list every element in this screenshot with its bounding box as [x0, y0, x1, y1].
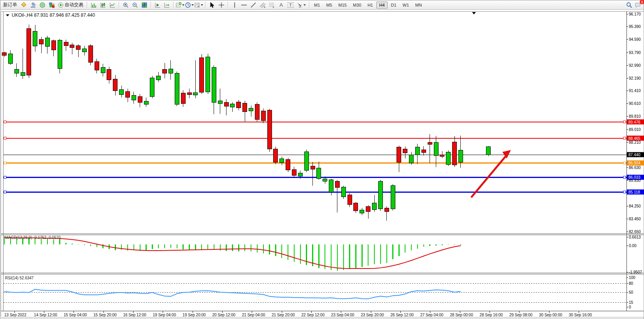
- clock-icon: [185, 2, 191, 8]
- timeframe-button-H4[interactable]: H4: [376, 2, 387, 9]
- terminal-window: 新订单: [0, 0, 644, 319]
- new-chart-button[interactable]: [175, 1, 184, 9]
- candle: [218, 89, 222, 114]
- timeframe-button-MN[interactable]: MN: [412, 2, 425, 9]
- candle: [261, 108, 265, 123]
- notifications-button[interactable]: 1: [633, 1, 642, 9]
- candle: [156, 72, 161, 82]
- line-handle[interactable]: [623, 137, 626, 139]
- hline-87.440[interactable]: 87.440: [4, 152, 644, 157]
- time-marker-icon[interactable]: [472, 12, 476, 14]
- candle: [486, 146, 491, 156]
- separator: [87, 2, 87, 8]
- hline-85.118[interactable]: 85.118: [4, 190, 644, 195]
- crosshair-icon: [218, 2, 225, 8]
- price-line-label-text: 89.476: [628, 120, 640, 124]
- periods-button[interactable]: [185, 1, 194, 9]
- search-icon: [626, 2, 632, 8]
- chart-canvas[interactable]: 89.47688.46587.44086.92486.03385.11896.1…: [0, 10, 644, 319]
- timeframe-button-H1[interactable]: H1: [365, 2, 376, 9]
- trendline-tool-button[interactable]: [249, 1, 258, 9]
- fibonacci-tool-button[interactable]: F: [267, 1, 276, 9]
- templates-button[interactable]: [194, 1, 203, 9]
- line-handle[interactable]: [4, 162, 6, 164]
- line-handle[interactable]: [623, 121, 626, 123]
- candle-chart-mode-button[interactable]: [98, 1, 107, 9]
- template-icon: [194, 2, 200, 8]
- price-axis-tick: 94.590: [629, 37, 641, 42]
- chart-shift-button[interactable]: [162, 1, 171, 9]
- tile-windows-button[interactable]: [140, 1, 149, 9]
- candle: [415, 144, 419, 164]
- timeframe-button-M15[interactable]: M15: [336, 2, 349, 9]
- candle: [280, 157, 284, 165]
- timeframe-button-M30[interactable]: M30: [350, 2, 364, 9]
- crosshair-tool-button[interactable]: [217, 1, 226, 9]
- candle: [175, 71, 179, 106]
- timeframe-button-M5[interactable]: M5: [323, 2, 335, 9]
- line-handle[interactable]: [4, 121, 6, 123]
- time-axis-label: 13 Sep 2022: [4, 313, 26, 317]
- trend-arrow-annotation[interactable]: [471, 150, 511, 197]
- dropdown-arrow-icon: [304, 4, 306, 6]
- dropdown-arrow-icon: [191, 4, 194, 6]
- candle: [132, 92, 136, 104]
- candle: [384, 206, 389, 221]
- line-chart-mode-button[interactable]: [108, 1, 117, 9]
- symbol-dropdown-icon[interactable]: [6, 14, 9, 16]
- dropdown-arrow-icon: [182, 4, 184, 6]
- candle: [21, 49, 25, 79]
- price-axis-tick: 89.810: [629, 114, 641, 119]
- arrows-tool-button[interactable]: [295, 1, 307, 9]
- candle: [88, 44, 93, 65]
- horizontal-line-tool-button[interactable]: [239, 1, 248, 9]
- price-axis-tick: 86.630: [629, 166, 641, 170]
- text-label-tool-button[interactable]: T: [286, 1, 295, 9]
- hline-86.924[interactable]: 86.924: [4, 160, 644, 166]
- zoom-out-button[interactable]: [130, 1, 139, 9]
- separator: [151, 2, 151, 8]
- price-axis-tick: 91.410: [629, 89, 641, 93]
- data-window-button[interactable]: [28, 1, 37, 9]
- chart-title: UKOil-,H4 87.931 87.946 87.425 87.440: [12, 12, 95, 18]
- candle: [453, 136, 457, 167]
- timeframe-button-D1[interactable]: D1: [388, 2, 399, 9]
- line-handle[interactable]: [4, 176, 6, 178]
- price-axis-tick: 85.830: [629, 178, 641, 183]
- separator: [228, 2, 228, 8]
- candle: [64, 40, 68, 51]
- text-tool-button[interactable]: A: [277, 1, 286, 9]
- time-axis-label: 30 Sep 16:00: [569, 313, 592, 317]
- terminals-button[interactable]: [47, 1, 56, 9]
- rsi-line: [4, 289, 461, 299]
- candle: [107, 67, 111, 84]
- candle: [193, 60, 198, 98]
- timeframe-button-W1[interactable]: W1: [400, 2, 412, 9]
- candle: [39, 37, 44, 53]
- line-handle[interactable]: [4, 137, 6, 139]
- separator: [205, 2, 205, 8]
- timeframe-button-M1[interactable]: M1: [311, 2, 323, 9]
- market-watch-icon-button[interactable]: [19, 1, 28, 9]
- new-order-button[interactable]: 新订单: [2, 1, 19, 9]
- hline-88.465[interactable]: 88.465: [4, 136, 644, 141]
- candle: [311, 162, 315, 185]
- vertical-line-tool-button[interactable]: [230, 1, 239, 9]
- line-handle[interactable]: [623, 191, 626, 193]
- line-handle[interactable]: [623, 176, 626, 178]
- time-axis-label: 28 Sep 16:00: [480, 313, 503, 317]
- auto-scroll-button[interactable]: [153, 1, 162, 9]
- line-handle[interactable]: [4, 191, 6, 193]
- candle: [286, 158, 290, 172]
- channel-tool-button[interactable]: E: [258, 1, 267, 9]
- hline-89.476[interactable]: 89.476: [4, 119, 644, 124]
- search-button[interactable]: [625, 1, 633, 9]
- autotrade-button[interactable]: 自动交易: [56, 1, 85, 9]
- bar-chart-mode-button[interactable]: [89, 1, 98, 9]
- market-depth-button[interactable]: [38, 1, 47, 9]
- cursor-tool-button[interactable]: [207, 1, 216, 9]
- line-handle[interactable]: [623, 162, 626, 164]
- candle: [14, 63, 19, 77]
- zoom-in-button[interactable]: [121, 1, 130, 9]
- price-axis-tick: 92.990: [629, 63, 641, 68]
